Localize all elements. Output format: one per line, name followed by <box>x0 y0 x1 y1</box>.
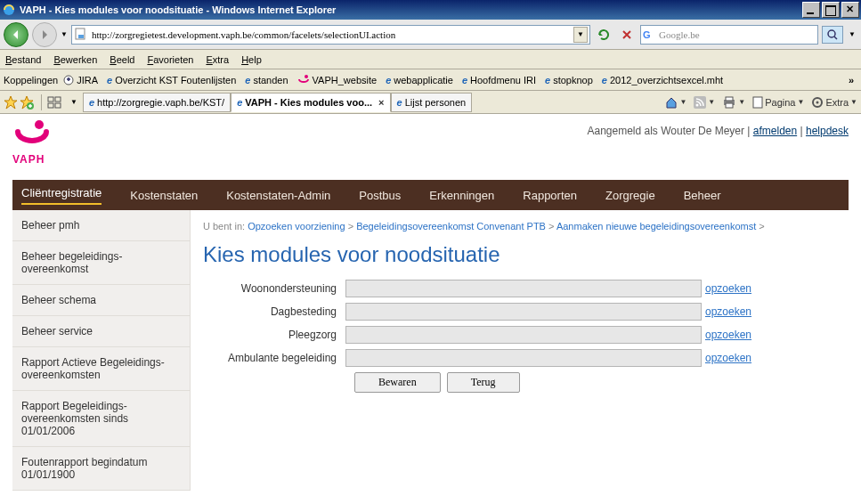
main-nav: CliëntregistratieKostenstatenKostenstate… <box>12 180 849 210</box>
search-input[interactable] <box>655 29 817 40</box>
link-hoofdmenu-iri[interactable]: eHoofdmenu IRI <box>462 75 536 85</box>
tools-menu[interactable]: Extra ▼ <box>811 96 857 109</box>
tab-0[interactable]: ehttp://zorgregie.vaph.be/KST/ <box>83 93 231 112</box>
chevron-down-icon[interactable]: ▼ <box>61 30 68 38</box>
tab-bar: ▼ ehttp://zorgregie.vaph.be/KST/eVAPH - … <box>0 91 861 114</box>
sidebar-item-6[interactable]: Foutenrapport begindatum 01/01/1900 <box>12 447 190 491</box>
menu-extra[interactable]: Extra <box>206 54 229 65</box>
restore-button[interactable] <box>822 2 840 18</box>
sidebar-item-3[interactable]: Beheer service <box>12 316 190 347</box>
nav-zorgregie[interactable]: Zorgregie <box>605 189 655 202</box>
link-2012-overzichtsexcel-mht[interactable]: e2012_overzichtsexcel.mht <box>602 75 723 85</box>
tab-2[interactable]: eLijst personen <box>391 93 473 112</box>
svg-point-7 <box>305 75 308 78</box>
field-input-2[interactable] <box>345 326 702 344</box>
add-favorite-icon[interactable] <box>20 95 34 110</box>
link-jira[interactable]: JIRA <box>63 75 98 85</box>
logout-link[interactable]: afmelden <box>753 125 797 137</box>
search-button[interactable] <box>822 26 843 44</box>
links-overflow[interactable]: » <box>845 75 857 85</box>
svg-point-20 <box>816 101 819 103</box>
svg-point-21 <box>35 120 44 129</box>
lookup-link-1[interactable]: opzoeken <box>705 305 751 318</box>
address-dropdown[interactable]: ▼ <box>573 27 588 43</box>
svg-rect-16 <box>726 97 733 101</box>
nav-rapporten[interactable]: Rapporten <box>523 189 577 202</box>
window-titlebar: VAPH - Kies modules voor noodsituatie - … <box>0 0 861 20</box>
sidebar: Beheer pmhBeheer begeleidings-overeenkom… <box>12 210 191 491</box>
nav-erkenningen[interactable]: Erkenningen <box>429 189 494 202</box>
back-button-form[interactable]: Terug <box>447 372 520 393</box>
tab-close-icon[interactable]: × <box>378 97 384 108</box>
ie-icon <box>2 3 16 17</box>
nav-kostenstaten[interactable]: Kostenstaten <box>130 189 198 202</box>
save-button[interactable]: Bewaren <box>354 372 441 393</box>
links-toolbar: Koppelingen JIRAeOverzicht KST Foutenlij… <box>0 69 861 91</box>
link-vaph-website[interactable]: VAPH_website <box>297 75 378 85</box>
sidebar-item-1[interactable]: Beheer begeleidings-overeenkomst <box>12 241 190 285</box>
breadcrumb-link-1[interactable]: Begeleidingsovereenkomst Convenant PTB <box>356 221 546 232</box>
helpdesk-link[interactable]: helpdesk <box>806 125 849 137</box>
nav-beheer[interactable]: Beheer <box>684 189 721 202</box>
minimize-button[interactable] <box>802 2 820 18</box>
home-button[interactable]: ▼ <box>665 96 686 109</box>
favorites-star-icon[interactable] <box>4 95 18 110</box>
svg-point-4 <box>828 30 835 37</box>
ie-icon: e <box>107 75 112 85</box>
lookup-link-3[interactable]: opzoeken <box>705 352 751 364</box>
field-input-0[interactable] <box>345 280 702 297</box>
quick-tabs-dropdown[interactable]: ▼ <box>67 98 81 106</box>
field-label-1: Dagbesteding <box>203 305 345 318</box>
sidebar-item-0[interactable]: Beheer pmh <box>12 210 190 241</box>
field-input-3[interactable] <box>345 349 702 367</box>
page-menu[interactable]: Pagina ▼ <box>752 96 804 109</box>
svg-line-5 <box>834 37 837 39</box>
print-button[interactable]: ▼ <box>722 96 745 109</box>
feeds-button[interactable]: ▼ <box>694 96 715 109</box>
menu-bestand[interactable]: Bestand <box>5 54 41 65</box>
ie-icon: e <box>462 75 467 85</box>
svg-rect-10 <box>55 97 61 102</box>
tab-1[interactable]: eVAPH - Kies modules voo...× <box>231 93 390 112</box>
page-content: VAPH Aangemeld als Wouter De Meyer | afm… <box>0 114 861 504</box>
lookup-link-2[interactable]: opzoeken <box>705 329 751 341</box>
search-dropdown[interactable]: ▼ <box>847 30 857 38</box>
refresh-button[interactable] <box>594 25 613 45</box>
field-input-1[interactable] <box>345 303 702 321</box>
link-stopknop[interactable]: estopknop <box>545 75 593 85</box>
stop-button[interactable] <box>617 25 637 45</box>
nav-kostenstaten-admin[interactable]: Kostenstaten-Admin <box>226 189 330 202</box>
link-webapplicatie[interactable]: ewebapplicatie <box>386 75 453 85</box>
field-label-3: Ambulante begeleiding <box>203 352 345 364</box>
menu-help[interactable]: Help <box>241 54 262 65</box>
menubar: BestandBewerkenBeeldFavorietenExtraHelp <box>0 50 861 69</box>
sidebar-item-4[interactable]: Rapport Actieve Begeleidings-overeenkoms… <box>12 347 190 391</box>
link-overzicht-kst-foutenlijsten[interactable]: eOverzicht KST Foutenlijsten <box>107 75 236 85</box>
search-box[interactable]: G <box>640 25 818 45</box>
breadcrumb-link-2[interactable]: Aanmaken nieuwe begeleidingsovereenkomst <box>556 221 756 232</box>
sidebar-item-5[interactable]: Rapport Begeleidings-overeenkomsten sind… <box>12 391 190 447</box>
links-label: Koppelingen <box>4 75 58 85</box>
nav-cliëntregistratie[interactable]: Cliëntregistratie <box>21 186 102 205</box>
nav-postbus[interactable]: Postbus <box>359 189 401 202</box>
quick-tabs-icon[interactable] <box>44 95 65 110</box>
close-button[interactable] <box>841 2 859 18</box>
page-icon: e <box>237 97 242 108</box>
breadcrumb-link-0[interactable]: Opzoeken voorziening <box>248 221 345 232</box>
svg-rect-12 <box>55 103 61 108</box>
svg-rect-18 <box>753 97 762 108</box>
address-bar[interactable]: ▼ <box>71 25 590 45</box>
svg-point-14 <box>696 103 699 106</box>
menu-beeld[interactable]: Beeld <box>110 54 134 65</box>
forward-button[interactable] <box>32 22 57 47</box>
page-viewport: VAPH Aangemeld als Wouter De Meyer | afm… <box>0 114 861 504</box>
menu-bewerken[interactable]: Bewerken <box>53 54 97 65</box>
lookup-link-0[interactable]: opzoeken <box>705 282 751 295</box>
back-button[interactable] <box>4 22 28 47</box>
link-standen[interactable]: estanden <box>245 75 288 85</box>
address-input[interactable] <box>90 28 573 41</box>
svg-rect-2 <box>78 35 84 38</box>
vaph-icon <box>297 75 310 85</box>
menu-favorieten[interactable]: Favorieten <box>147 54 193 65</box>
sidebar-item-2[interactable]: Beheer schema <box>12 285 190 316</box>
